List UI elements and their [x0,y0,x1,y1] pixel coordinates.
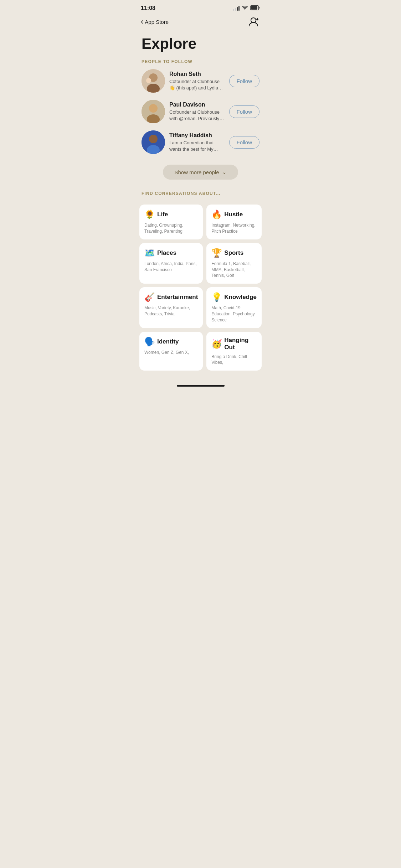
nav-bar: ‹ App Store [134,14,267,32]
person-bio: I am a Comedian that wants the best for … [169,140,225,153]
topic-emoji: 🎸 [144,292,155,302]
topic-title: Hustle [224,211,243,218]
topic-emoji: 🥳 [211,339,222,349]
topic-card-knowledge[interactable]: 💡 Knowledge Math, Covid-19, Education, P… [206,287,262,328]
topic-card-entertainment[interactable]: 🎸 Entertainment Music, Variety, Karaoke,… [139,287,203,328]
avatar [142,69,165,93]
topic-title: Entertainment [157,294,198,301]
topics-grid: 🌻 Life Dating, Grownuping, Traveling, Pa… [139,205,262,371]
topic-subtitle: Formula 1, Baseball, MMA, Basketball, Te… [211,261,257,279]
topic-title: Knowledge [224,294,257,301]
status-time: 11:08 [141,5,155,11]
person-row: Rohan Seth Cofounder at Clubhouse 👋 (thi… [142,69,259,93]
signal-icon [233,6,240,11]
svg-point-3 [251,18,256,23]
topic-subtitle: Math, Covid-19, Education, Psychology, S… [211,305,257,323]
topic-title: Sports [224,249,243,257]
topic-subtitle: Bring a Drink, Chill Vibes, [211,354,257,366]
topic-header: 💡 Knowledge [211,292,257,304]
follow-button-paul[interactable]: Follow [229,105,259,118]
svg-rect-2 [251,6,257,10]
topic-title: Identity [157,338,179,345]
person-bio: Cofounder at Clubhouse 👋 (this app!) and… [169,78,225,91]
person-row: Tiffany Haddish I am a Comedian that wan… [142,130,259,154]
person-name: Paul Davison [169,102,225,108]
people-list: Rohan Seth Cofounder at Clubhouse 👋 (thi… [134,69,267,154]
topic-header: 🔥 Hustle [211,210,257,221]
follow-button-rohan[interactable]: Follow [229,75,259,87]
topic-subtitle: Dating, Grownuping, Traveling, Parenting [144,222,198,234]
topic-subtitle: Women, Gen Z, Gen X, [144,350,198,356]
topic-subtitle: Instagram, Networking, Pitch Practice [211,222,257,234]
page-title: Explore [134,32,267,59]
status-icons [233,5,260,11]
topic-emoji: 🔥 [211,210,222,219]
topic-emoji: 🌻 [144,210,155,219]
topic-card-hangingout[interactable]: 🥳 Hanging Out Bring a Drink, Chill Vibes… [206,332,262,371]
person-bio: Cofounder at Clubhouse with @rohan. Prev… [169,109,225,122]
person-name: Rohan Seth [169,71,225,77]
back-label: App Store [145,19,169,25]
topic-emoji: 🗺️ [144,248,155,258]
topic-title: Hanging Out [224,337,257,351]
conversations-section: 🌻 Life Dating, Grownuping, Traveling, Pa… [134,205,267,371]
topic-card-identity[interactable]: 🗣️ Identity Women, Gen Z, Gen X, [139,332,203,371]
follow-button-tiffany[interactable]: Follow [229,136,259,149]
avatar [142,130,165,154]
topic-subtitle: Music, Variety, Karaoke, Podcasts, Trivi… [144,305,198,317]
svg-point-12 [149,135,158,143]
people-section-heading: PEOPLE TO FOLLOW [134,59,267,69]
home-indicator [134,381,267,389]
topic-header: 🏆 Sports [211,248,257,259]
topic-emoji: 🏆 [211,248,222,258]
topic-header: 🗺️ Places [144,248,198,259]
topic-card-hustle[interactable]: 🔥 Hustle Instagram, Networking, Pitch Pr… [206,205,262,239]
topic-header: 🥳 Hanging Out [211,337,257,352]
topic-emoji: 💡 [211,292,222,302]
battery-icon [250,5,260,11]
topic-header: 🌻 Life [144,210,198,221]
show-more-button[interactable]: Show more people ⌄ [163,165,238,180]
person-info: Rohan Seth Cofounder at Clubhouse 👋 (thi… [169,71,225,91]
topic-subtitle: London, Africa, India, Paris, San Franci… [144,261,198,273]
back-area: ‹ App Store [141,17,169,26]
show-more-label: Show more people [174,169,219,175]
topic-card-places[interactable]: 🗺️ Places London, Africa, India, Paris, … [139,243,203,284]
status-bar: 11:08 [134,0,267,14]
chevron-down-icon: ⌄ [222,169,227,175]
svg-point-9 [149,104,158,113]
topic-title: Places [157,249,176,257]
switch-account-button[interactable] [247,15,260,29]
topic-title: Life [157,211,168,218]
conversations-section-heading: FIND CONVERSATIONS ABOUT... [134,190,267,201]
back-button[interactable]: ‹ [141,17,143,26]
show-more-container: Show more people ⌄ [134,161,267,190]
svg-point-0 [245,9,245,10]
person-info: Tiffany Haddish I am a Comedian that wan… [169,132,225,153]
wifi-icon [242,5,248,11]
person-info: Paul Davison Cofounder at Clubhouse with… [169,102,225,122]
person-name: Tiffany Haddish [169,132,225,139]
person-row: Paul Davison Cofounder at Clubhouse with… [142,100,259,123]
topic-card-sports[interactable]: 🏆 Sports Formula 1, Baseball, MMA, Baske… [206,243,262,284]
topic-header: 🎸 Entertainment [144,292,198,304]
topic-header: 🗣️ Identity [144,337,198,348]
avatar [142,100,165,123]
topic-emoji: 🗣️ [144,337,155,347]
home-indicator-bar [177,385,225,387]
topic-card-life[interactable]: 🌻 Life Dating, Grownuping, Traveling, Pa… [139,205,203,239]
svg-point-7 [146,78,151,83]
